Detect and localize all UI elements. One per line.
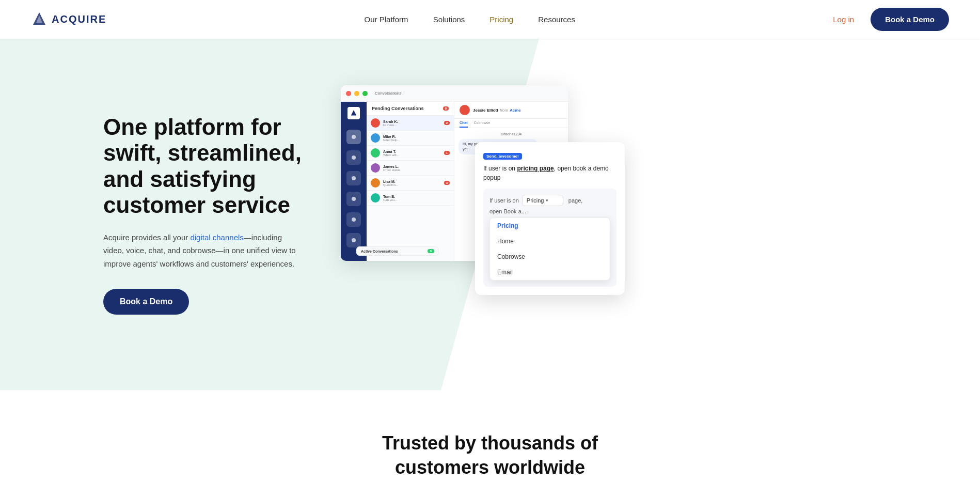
avatar [371, 148, 380, 158]
tab-chat[interactable]: Chat [460, 121, 468, 128]
nav-resources[interactable]: Resources [538, 15, 575, 24]
sidebar-icon-contacts[interactable] [346, 150, 361, 165]
list-item[interactable]: Anna T. When will... 1 [367, 146, 454, 161]
pending-badge: 8 [443, 106, 449, 111]
hero-heading: One platform for swift, streamlined, and… [103, 114, 320, 219]
list-item-text: Lisa M. Question... [383, 180, 441, 186]
chat-tabs: Chat Cobrowse [454, 119, 568, 128]
nav-pricing[interactable]: Pricing [489, 15, 513, 24]
avatar [371, 133, 380, 143]
pending-label: Pending Conversations [372, 106, 424, 111]
chat-header-text: Jessie Elliott from Acme [473, 108, 521, 113]
avatar [371, 178, 380, 188]
active-conv-badge: 8 [428, 249, 434, 253]
conversation-list: Pending Conversations 8 Sarah K. Hi ther… [367, 102, 454, 261]
list-item-text: Mike R. Need help... [383, 135, 450, 142]
window-dot-yellow [354, 91, 359, 96]
hero-section: One platform for swift, streamlined, and… [0, 39, 980, 390]
book-demo-button-nav[interactable]: Book a Demo [871, 8, 949, 31]
app-sidebar [341, 102, 367, 261]
popup-dropdown: Pricing Home Cobrowse Email [489, 217, 610, 281]
svg-marker-2 [351, 110, 357, 116]
digital-channels-link[interactable]: digital channels [190, 233, 243, 242]
list-badge: 2 [444, 121, 450, 125]
popup-highlight: pricing page [517, 165, 554, 172]
window-dot-red [346, 91, 351, 96]
logo-link[interactable]: ACQUIRE [31, 11, 106, 28]
list-badge: 1 [444, 151, 450, 155]
popup-select-value: Pricing [527, 197, 544, 204]
list-item-text: Tom B. Can you... [383, 195, 450, 201]
sidebar-icon-chat[interactable] [346, 130, 361, 144]
sidebar-logo [347, 107, 360, 119]
nav-solutions[interactable]: Solutions [433, 15, 465, 24]
popup-page-text: page, [568, 197, 583, 204]
hero-description: Acquire provides all your digital channe… [103, 231, 299, 271]
popup-condition-box: If user is on Pricing ▾ page, open Book … [483, 189, 617, 287]
list-header: Pending Conversations 8 [367, 102, 454, 116]
trusted-section: Trusted by thousands of customers worldw… [0, 390, 980, 482]
popup-tag: Send_awesome! [483, 153, 522, 160]
hero-text-block: One platform for swift, streamlined, and… [103, 114, 320, 315]
popup-open-text: open Book a... [489, 208, 526, 214]
popup-condition-row: If user is on Pricing ▾ page, [489, 195, 610, 206]
avatar [371, 118, 380, 128]
list-item[interactable]: James L. Order status [367, 161, 454, 176]
hero-content: One platform for swift, streamlined, and… [0, 49, 980, 380]
navbar-right: Log in Book a Demo [833, 8, 949, 31]
active-conv-label: Active Conversations [367, 250, 398, 253]
login-link[interactable]: Log in [833, 15, 854, 24]
logo-icon [31, 11, 48, 28]
sidebar-icon-extra2[interactable] [346, 233, 361, 247]
sidebar-icon-analytics[interactable] [346, 171, 361, 185]
avatar [371, 163, 380, 173]
chat-header-info: Jessie Elliott from Acme [460, 105, 563, 115]
popup-select[interactable]: Pricing ▾ [522, 195, 563, 206]
app-window-header: Conversations [341, 85, 568, 102]
popup-overlay: Send_awesome! If user is on pricing page… [475, 142, 625, 295]
nav-links: Our Platform Solutions Pricing Resources [365, 15, 575, 24]
avatar [371, 193, 380, 203]
list-item[interactable]: Sarah K. Hi there... 2 [367, 116, 454, 131]
sidebar-icon-settings[interactable] [346, 192, 361, 206]
chat-order-header: Order #1234 [459, 132, 564, 136]
list-item-text: James L. Order status [383, 165, 450, 172]
dropdown-item-pricing[interactable]: Pricing [490, 218, 610, 234]
chat-user-name: Jessie Elliott from Acme [473, 108, 521, 113]
list-item-text: Sarah K. Hi there... [383, 120, 441, 127]
book-demo-button-hero[interactable]: Book a Demo [103, 289, 189, 315]
list-badge: 3 [444, 181, 450, 185]
sidebar-icon-extra1[interactable] [346, 212, 361, 227]
chat-header: Jessie Elliott from Acme [454, 102, 568, 119]
popup-if-text: If user is on [489, 197, 519, 204]
tab-cobrowse[interactable]: Cobrowse [474, 121, 491, 128]
navbar: ACQUIRE Our Platform Solutions Pricing R… [0, 0, 980, 39]
list-item[interactable]: Lisa M. Question... 3 [367, 176, 454, 191]
popup-title-text: If user is on pricing page, open book a … [483, 164, 617, 182]
chat-avatar [460, 105, 470, 115]
logo-text: ACQUIRE [52, 13, 106, 25]
list-item[interactable]: Tom B. Can you... [367, 191, 454, 206]
dropdown-item-cobrowse[interactable]: Cobrowse [490, 249, 610, 265]
window-dot-green [362, 91, 368, 96]
trusted-heading: Trusted by thousands of customers worldw… [31, 431, 949, 480]
active-conversations-bar: Active Conversations 8 [367, 246, 439, 256]
list-item-text: Anna T. When will... [383, 150, 441, 157]
chevron-down-icon: ▾ [546, 198, 548, 203]
dropdown-item-email[interactable]: Email [490, 265, 610, 280]
window-title: Conversations [375, 91, 401, 96]
hero-mockup: Conversations [341, 80, 949, 349]
popup-action-row: open Book a... [489, 208, 610, 214]
nav-our-platform[interactable]: Our Platform [365, 15, 408, 24]
dropdown-item-home[interactable]: Home [490, 234, 610, 249]
list-item[interactable]: Mike R. Need help... [367, 131, 454, 146]
